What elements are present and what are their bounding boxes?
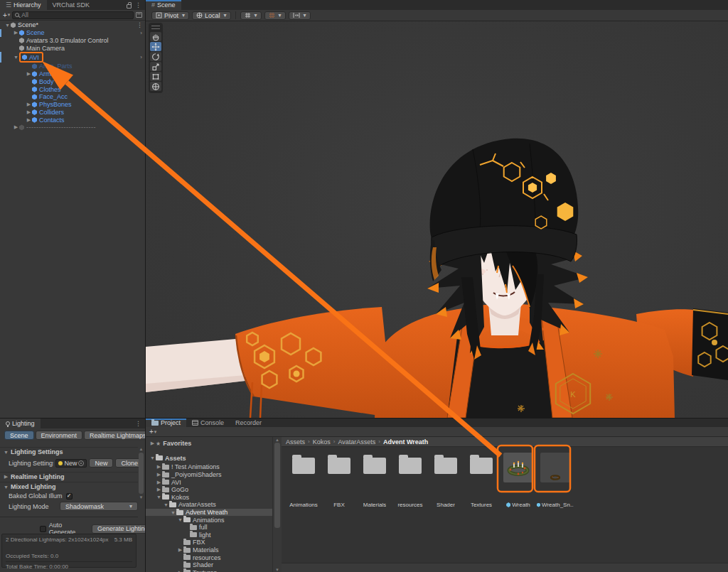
new-button[interactable]: New [89,458,113,468]
scroll-down-icon[interactable]: ▼ [139,495,144,500]
lock-icon[interactable] [127,4,132,9]
lighting-mode-dropdown[interactable]: Shadowmask [60,502,138,511]
ptree-assets[interactable]: Assets [146,455,272,463]
hand-tool-button[interactable] [150,32,161,41]
asset-folder-fbx[interactable]: FBX [323,451,355,508]
ptree-avatarassets[interactable]: AvatarAssets [146,501,272,509]
section-realtime-lighting[interactable]: Realtime Lighting [0,472,138,481]
foldout-icon[interactable] [26,109,32,115]
tree-row-divider-object[interactable]: ---------------------------- [0,124,145,131]
ptree-gogo[interactable]: GoGo [146,486,272,494]
rotate-tool-button[interactable] [150,52,161,61]
ptree-resources[interactable]: resources [146,554,272,561]
tree-row-armature[interactable]: Armature [0,70,145,78]
foldout-icon[interactable] [149,455,156,460]
breadcrumb-avatarassets[interactable]: AvatarAssets [338,438,375,446]
project-tree-scrollbar[interactable]: ▲ ▼ [272,437,282,572]
breadcrumb-advent-wreath[interactable]: Advent Wreath [383,438,428,446]
scroll-thumb[interactable] [139,453,144,494]
tree-row-face-acc[interactable]: Face_Acc [0,93,145,101]
transform-tool-button[interactable] [150,82,161,91]
panel-menu-icon[interactable] [135,1,141,9]
tree-row-main-camera[interactable]: Main Camera [0,44,145,52]
avatar-3d-model[interactable]: K [146,21,728,418]
foldout-icon[interactable] [13,30,19,36]
scene-viewport[interactable]: K [146,21,728,418]
tools-grip-icon[interactable] [151,26,160,29]
panel-menu-icon[interactable] [135,420,141,427]
generate-lighting-button[interactable]: Generate Lighting [92,524,146,534]
tree-row-scene[interactable]: Scene [0,29,145,37]
foldout-icon[interactable] [149,441,156,446]
lighting-tab-realtime-lightmaps[interactable]: Realtime Lightmaps [84,431,146,440]
tab-hierarchy[interactable]: ☰ Hierarchy [0,0,47,10]
baked-gi-checkbox[interactable] [66,493,73,500]
ptree-kokos[interactable]: Kokos [146,494,272,502]
ptree-textures[interactable]: Textures [146,569,272,572]
scroll-thumb[interactable] [274,443,280,528]
asset-folder-animations[interactable]: Animations [287,451,320,508]
section-mixed-lighting[interactable]: Mixed Lighting [0,482,138,491]
create-asset-button[interactable]: + [149,428,156,436]
asset-prefab-wreath[interactable]: Wreath [502,451,535,508]
tab-vrchat-sdk[interactable]: VRChat SDK [47,0,96,10]
foldout-icon[interactable] [26,117,32,123]
tree-row-contacts[interactable]: Contacts [0,116,145,124]
lighting-settings-object-field[interactable]: New [55,459,87,468]
pivot-toggle-button[interactable]: Pivot [151,11,189,20]
ptree-full[interactable]: full [146,524,272,531]
move-tool-button[interactable] [150,42,161,51]
tree-row-body[interactable]: Body [0,78,145,86]
lighting-tab-scene[interactable]: Scene [4,431,34,440]
prefab-open-chevron[interactable] [140,30,142,36]
tree-row-avi[interactable]: AVI [0,52,145,63]
breadcrumb-assets[interactable]: Assets [286,438,305,446]
ptree-test-animations[interactable]: ! Test Animations [146,463,272,471]
tree-row-physbones[interactable]: PhysBones [0,101,145,109]
create-add-button[interactable]: + [3,11,10,19]
tree-row-scene-root[interactable]: Scene* [0,21,145,29]
asset-folder-textures[interactable]: Textures [465,451,498,508]
scroll-up-icon[interactable]: ▲ [139,447,144,451]
tree-row-emulator[interactable]: Avatars 3.0 Emulator Control [0,37,145,45]
foldout-icon[interactable] [13,55,19,60]
asset-prefab-wreath-snapped[interactable]: Wreath_Sn... [539,451,572,508]
scroll-down-icon[interactable]: ▼ [275,568,279,572]
tab-lighting[interactable]: Lighting [0,419,41,428]
tab-console[interactable]: Console [186,419,230,427]
grid-visibility-button[interactable] [240,11,262,20]
tab-project[interactable]: Project [146,419,186,427]
scale-tool-button[interactable] [150,62,161,71]
ptree-advent-wreath[interactable]: Advent Wreath [146,509,272,517]
foldout-icon[interactable] [26,71,32,77]
ptree-animations[interactable]: Animations [146,516,272,524]
ptree-fbx[interactable]: FBX [146,539,272,546]
section-lighting-settings[interactable]: Lighting Settings [0,447,138,456]
tab-recorder[interactable]: Recorder [230,419,267,427]
foldout-icon[interactable] [26,102,32,107]
prefab-open-chevron[interactable] [140,54,142,60]
align-tool-button[interactable] [289,11,311,20]
ptree-avi[interactable]: AVI [146,478,272,486]
ptree-light[interactable]: light [146,531,272,539]
tree-row-anim-parts[interactable]: Anim_Parts [0,63,145,70]
snap-increment-button[interactable] [264,11,286,20]
ptree-poiyomishaders[interactable]: _PoiyomiShaders [146,471,272,479]
asset-folder-resources[interactable]: resources [394,451,427,508]
rect-tool-button[interactable] [150,72,161,81]
foldout-icon[interactable] [13,124,19,130]
scene-options-icon[interactable] [136,21,143,28]
lighting-scrollbar[interactable]: ▲ ▼ [138,447,144,515]
tree-row-clothes[interactable]: Clothes [0,85,145,93]
tab-scene[interactable]: # Scene [146,0,181,10]
ptree-favorites[interactable]: Favorites [146,440,272,448]
auto-generate-checkbox[interactable] [40,526,46,532]
ptree-shader[interactable]: Shader [146,561,272,569]
tree-row-colliders[interactable]: Colliders [0,109,145,117]
asset-folder-materials[interactable]: Materials [358,451,391,508]
local-toggle-button[interactable]: Local [192,11,231,20]
object-picker-icon[interactable] [78,460,84,466]
breadcrumb-kokos[interactable]: Kokos [313,438,331,446]
hierarchy-search-input[interactable]: All [12,11,134,19]
asset-folder-shader[interactable]: Shader [429,451,462,508]
